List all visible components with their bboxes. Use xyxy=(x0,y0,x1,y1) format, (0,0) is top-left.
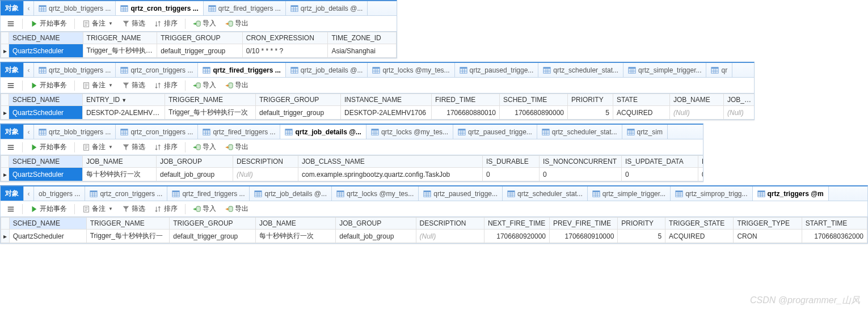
cell[interactable]: 1706680362000 xyxy=(802,230,867,243)
scroll-left-button[interactable]: ‹ xyxy=(24,125,34,139)
col-header-JOB_GROUP[interactable]: JOB_GROUP xyxy=(157,156,233,168)
scroll-left-button[interactable]: ‹ xyxy=(24,186,34,201)
tab-qrtz-locks-my-tes-[interactable]: qrtz_locks @my_tes... xyxy=(366,125,453,139)
col-header-JOB_CLASS_NAME[interactable]: JOB_CLASS_NAME xyxy=(298,156,483,168)
tab-qrtz-scheduler-stat-[interactable]: qrtz_scheduler_stat... xyxy=(537,125,622,139)
tab-qrtz-paused-trigge-[interactable]: qrtz_paused_trigge... xyxy=(419,186,503,201)
col-header-JOB_NAME[interactable]: JOB_NAME xyxy=(255,218,335,230)
col-header-TRIGGER_GROUP[interactable]: TRIGGER_GROUP xyxy=(256,94,341,106)
cell[interactable]: 1706680880010 xyxy=(432,106,500,120)
tab-qrtz-fired-triggers-[interactable]: qrtz_fired_triggers ... xyxy=(204,1,286,16)
col-header-START_TIME[interactable]: START_TIME xyxy=(802,218,867,230)
cell[interactable]: ACQUIRED xyxy=(613,106,670,120)
tab-qrtz-fired-triggers-[interactable]: qrtz_fired_triggers ... xyxy=(198,125,280,139)
tab-qrtz-cron-triggers-[interactable]: qrtz_cron_triggers ... xyxy=(85,186,167,201)
object-tab[interactable]: 对象 xyxy=(1,125,24,139)
menu-button[interactable] xyxy=(5,142,16,152)
cell[interactable]: default_job_group xyxy=(336,230,416,243)
grid-scroll[interactable]: SCHED_NAMEENTRY_ID▼TRIGGER_NAMETRIGGER_G… xyxy=(1,94,754,120)
col-header-JOB_GR[interactable]: JOB_GR xyxy=(724,94,755,106)
cell[interactable]: 0 xyxy=(540,168,622,181)
tab-qrtz-blob-triggers-[interactable]: qrtz_blob_triggers ... xyxy=(34,125,116,139)
col-header-TRIGGER_STATE[interactable]: TRIGGER_STATE xyxy=(665,218,734,230)
cell[interactable]: 1706680890000 xyxy=(500,106,568,120)
col-header-CRON_EXPRESSION[interactable]: CRON_EXPRESSION xyxy=(242,32,328,44)
tab-qrtz-scheduler-stat-[interactable]: qrtz_scheduler_stat... xyxy=(503,186,588,201)
col-header-SCHED_NAME[interactable]: SCHED_NAME xyxy=(9,218,86,230)
cell[interactable]: (Null) xyxy=(416,230,484,243)
filter-button[interactable]: 筛选 xyxy=(120,18,147,29)
cell[interactable]: 每十秒钟执行一次 xyxy=(255,230,335,243)
begin-transaction-button[interactable]: 开始事务 xyxy=(28,141,69,153)
cell[interactable]: 5 xyxy=(568,106,613,120)
cell[interactable]: (Null) xyxy=(233,168,298,181)
grid-scroll[interactable]: SCHED_NAMETRIGGER_NAMETRIGGER_GROUPCRON_… xyxy=(1,32,397,58)
col-header-NEXT_FIRE_TIME[interactable]: NEXT_FIRE_TIME xyxy=(484,218,549,230)
tab-qrtz-cron-triggers-[interactable]: qrtz_cron_triggers ... xyxy=(116,125,198,139)
tab-qrtz-simple-trigger-[interactable]: qrtz_simple_trigger... xyxy=(588,186,671,201)
memo-button[interactable]: 备注▼ xyxy=(81,79,115,91)
col-header-PREV_FIRE_TIME[interactable]: PREV_FIRE_TIME xyxy=(550,218,618,230)
col-header-TIME_ZONE_ID[interactable]: TIME_ZONE_ID xyxy=(328,32,397,44)
scroll-left-button[interactable]: ‹ xyxy=(24,1,34,16)
cell[interactable]: default_trigger_group xyxy=(170,230,256,243)
tab-qrtz-job-details-[interactable]: qrtz_job_details @... xyxy=(280,125,366,139)
memo-button[interactable]: 备注▼ xyxy=(81,18,115,29)
tab-qrtz-scheduler-stat-[interactable]: qrtz_scheduler_stat... xyxy=(538,63,623,78)
cell[interactable]: DESKTOP-2ALEMHV1706 xyxy=(83,106,165,120)
col-header-TRIGGER_NAME[interactable]: TRIGGER_NAME xyxy=(83,32,157,44)
filter-button[interactable]: 筛选 xyxy=(120,79,147,91)
cell[interactable]: Trigger_每十秒钟执行一次 xyxy=(165,106,256,120)
col-header-PRIORITY[interactable]: PRIORITY xyxy=(618,218,665,230)
cell[interactable]: default_job_group xyxy=(157,168,233,181)
cell[interactable]: 0 xyxy=(483,168,540,181)
table-row[interactable]: ▸QuartzScheduler每十秒钟执行一次default_job_grou… xyxy=(1,168,703,181)
col-header-IS_UPDATE_DATA[interactable]: IS_UPDATE_DATA xyxy=(622,156,698,168)
col-header-INSTANCE_NAME[interactable]: INSTANCE_NAME xyxy=(341,94,432,106)
tab-qr[interactable]: qr xyxy=(706,63,732,78)
cell[interactable]: 0 xyxy=(622,168,698,181)
tab-qrtz-job-details-[interactable]: qrtz_job_details @... xyxy=(286,63,368,78)
sort-button[interactable]: 排序 xyxy=(153,203,179,215)
col-header-JOB_NAME[interactable]: JOB_NAME xyxy=(670,94,724,106)
tab-qrtz-paused-trigge-[interactable]: qrtz_paused_trigge... xyxy=(455,63,539,78)
col-header-JOB_NAME[interactable]: JOB_NAME xyxy=(83,156,157,168)
table-row[interactable]: ▸QuartzSchedulerTrigger_每十秒钟执行一default_t… xyxy=(1,230,867,243)
tab-qrtz-blob-triggers-[interactable]: qrtz_blob_triggers ... xyxy=(34,1,116,16)
table-row[interactable]: ▸QuartzSchedulerDESKTOP-2ALEMHV1706Trigg… xyxy=(1,106,755,120)
cell[interactable]: (Null) xyxy=(670,106,724,120)
export-button[interactable]: 导出 xyxy=(224,18,250,29)
import-button[interactable]: 导入 xyxy=(191,141,218,153)
tab-qrtz-paused-trigge-[interactable]: qrtz_paused_trigge... xyxy=(453,125,537,139)
col-header-DESCRIPTION[interactable]: DESCRIPTION xyxy=(233,156,298,168)
col-header-JOB_GROUP[interactable]: JOB_GROUP xyxy=(336,218,416,230)
object-tab[interactable]: 对象 xyxy=(1,63,24,78)
import-button[interactable]: 导入 xyxy=(191,18,218,29)
tab-qrtz-triggers-m[interactable]: qrtz_triggers @m xyxy=(753,186,829,201)
menu-button[interactable] xyxy=(5,19,16,29)
cell[interactable]: 1706680910000 xyxy=(550,230,618,243)
begin-transaction-button[interactable]: 开始事务 xyxy=(28,18,69,29)
table-row[interactable]: ▸QuartzSchedulerTrigger_每十秒钟执行一default_t… xyxy=(1,44,397,58)
begin-transaction-button[interactable]: 开始事务 xyxy=(28,203,69,215)
cell[interactable]: Trigger_每十秒钟执行一 xyxy=(83,44,157,58)
cell[interactable]: ACQUIRED xyxy=(665,230,734,243)
col-header-SCHED_TIME[interactable]: SCHED_TIME xyxy=(500,94,568,106)
cell[interactable]: default_trigger_group xyxy=(157,44,243,58)
col-header-TRIGGER_NAME[interactable]: TRIGGER_NAME xyxy=(86,218,170,230)
menu-button[interactable] xyxy=(5,80,16,91)
tab-qrtz-fired-triggers-[interactable]: qrtz_fired_triggers ... xyxy=(167,186,250,201)
export-button[interactable]: 导出 xyxy=(224,79,250,91)
tab-qrtz-locks-my-tes-[interactable]: qrtz_locks @my_tes... xyxy=(332,186,419,201)
cell[interactable]: QuartzScheduler xyxy=(9,168,83,181)
tab-partial[interactable]: ob_triggers ... xyxy=(34,186,85,201)
cell[interactable]: Asia/Shanghai xyxy=(328,44,397,58)
tab-qrtz-cron-triggers-[interactable]: qrtz_cron_triggers ... xyxy=(116,63,198,78)
cell[interactable]: 0/10 * * * * ? xyxy=(242,44,328,58)
tab-qrtz-fired-triggers-[interactable]: qrtz_fired_triggers ... xyxy=(198,63,285,78)
cell[interactable]: CRON xyxy=(734,230,802,243)
cell[interactable]: DESKTOP-2ALEMHV1706 xyxy=(341,106,432,120)
filter-button[interactable]: 筛选 xyxy=(120,141,147,153)
col-header-IS_NONCONCURRENT[interactable]: IS_NONCONCURRENT xyxy=(540,156,622,168)
sort-button[interactable]: 排序 xyxy=(153,141,179,153)
